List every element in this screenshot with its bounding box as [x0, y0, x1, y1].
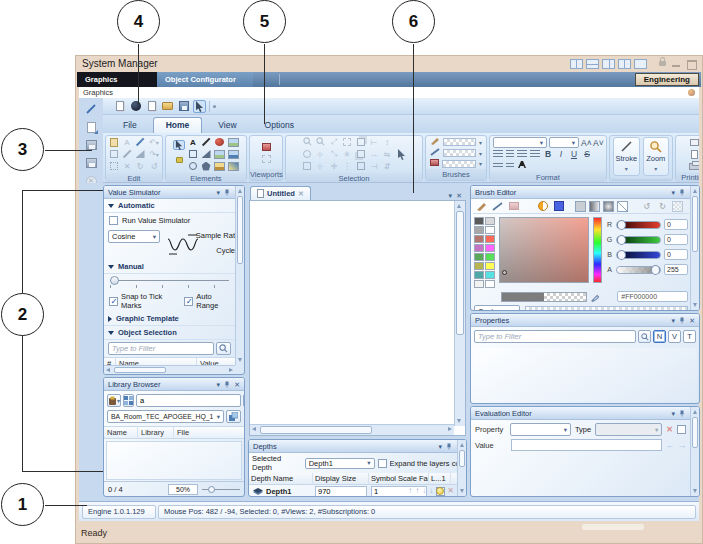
color-swatch[interactable]	[485, 217, 495, 225]
viewport-element-button[interactable]	[227, 137, 239, 147]
color-swatch[interactable]	[474, 280, 484, 288]
move-depth-top-icon[interactable]: ↑	[408, 486, 412, 495]
color-swatch[interactable]	[485, 244, 495, 252]
drawing-canvas[interactable]	[249, 200, 466, 436]
brush-tool-icon[interactable]	[134, 137, 146, 147]
document-tab-close-icon[interactable]: ✕	[298, 190, 304, 198]
page-setup-icon[interactable]	[688, 149, 699, 159]
select-next-icon[interactable]	[314, 137, 326, 147]
nav-tab-graphics[interactable]: Graphics	[77, 72, 157, 87]
properties-list[interactable]	[473, 348, 697, 401]
expand-layers-checkbox[interactable]	[378, 459, 387, 468]
brush-editor-vscrollbar[interactable]	[690, 186, 699, 310]
image-brush-dropdown-icon[interactable]	[479, 159, 482, 168]
layout-split-right-icon[interactable]	[602, 59, 615, 69]
deselect-icon[interactable]	[301, 161, 313, 171]
panel-menu-icon[interactable]	[439, 442, 443, 451]
library-search-input[interactable]	[136, 394, 241, 407]
depth-row-name[interactable]: Depth1	[249, 485, 313, 497]
select-tool-button[interactable]	[193, 100, 206, 113]
layout-split-bottom-icon[interactable]	[586, 59, 599, 69]
automatic-section-header[interactable]: Automatic	[104, 199, 235, 213]
redo-button[interactable]: ↷	[148, 149, 160, 159]
fill-brush-dropdown-icon[interactable]	[479, 138, 482, 147]
resize-grip[interactable]	[582, 524, 644, 530]
red-value[interactable]: 0	[664, 219, 688, 230]
contrast-icon[interactable]	[536, 201, 549, 212]
snap-icon[interactable]: ✳	[341, 149, 353, 159]
delete-depth-icon[interactable]: ✕	[447, 486, 454, 495]
column-symbol-scale-factor[interactable]: Symbol Scale Factor	[369, 473, 429, 485]
paste-icon[interactable]	[108, 137, 120, 147]
object-filter-input[interactable]	[108, 342, 214, 355]
pin-icon[interactable]	[679, 188, 685, 197]
close-panel-icon[interactable]	[689, 316, 695, 325]
pen-brush-icon[interactable]	[491, 201, 504, 212]
library-element-button[interactable]	[227, 161, 239, 171]
restore-button[interactable]	[687, 60, 696, 68]
flip-horizontal-icon[interactable]: ⇋	[381, 149, 393, 159]
rotate-left-icon[interactable]: ↕	[381, 137, 393, 147]
animation-element-button[interactable]	[227, 149, 239, 159]
manual-section-header[interactable]: Manual	[104, 260, 235, 274]
clear-search-button[interactable]: ✕	[243, 394, 245, 407]
document-tab-untitled[interactable]: Untitled ✕	[250, 186, 311, 200]
library-view-button[interactable]	[123, 394, 134, 407]
strikethrough-button[interactable]: S	[582, 149, 592, 159]
duplicate-icon[interactable]	[108, 161, 120, 171]
color-swatch[interactable]	[474, 217, 484, 225]
line-spacing-icon[interactable]	[493, 163, 503, 168]
send-backward-icon[interactable]	[355, 149, 367, 159]
grow-selection-icon[interactable]: ⊹	[314, 149, 326, 159]
select-all-icon[interactable]	[301, 137, 313, 147]
undo-button[interactable]: ↶	[148, 137, 160, 147]
pin-icon[interactable]	[446, 442, 452, 451]
display-size-input[interactable]	[315, 486, 367, 497]
bold-button[interactable]: B	[543, 149, 553, 159]
bring-forward-icon[interactable]	[355, 137, 367, 147]
ribbon-tab-file[interactable]: File	[111, 118, 149, 133]
gradient-stop-bar[interactable]	[525, 306, 688, 311]
hue-slider[interactable]	[593, 217, 602, 283]
blue-value[interactable]: 0	[664, 249, 688, 260]
color-swatch[interactable]	[474, 253, 484, 261]
solid-color-icon[interactable]	[552, 201, 565, 212]
run-value-simulator-checkbox[interactable]	[109, 216, 118, 225]
rectangle-element-button[interactable]	[187, 149, 199, 159]
document-list-dropdown-icon[interactable]: ▾	[449, 192, 453, 200]
eyedropper-icon[interactable]	[591, 292, 600, 302]
panel-menu-icon[interactable]	[217, 188, 221, 197]
breadcrumb-pin-icon[interactable]	[688, 89, 695, 96]
pointer-tool-button[interactable]	[173, 140, 185, 150]
image-element-button[interactable]	[213, 137, 225, 147]
brush-editor-titlebar[interactable]: Brush Editor	[471, 186, 699, 199]
image-brush-button[interactable]	[507, 201, 520, 212]
evaluation-editor-titlebar[interactable]: Evaluation Editor	[471, 407, 699, 420]
close-panel-icon[interactable]	[234, 380, 240, 389]
saturation-value-picker[interactable]	[499, 217, 589, 283]
font-color-icon[interactable]	[517, 160, 527, 171]
image-brush-swatch[interactable]	[442, 160, 476, 168]
evaluation-checkbox[interactable]	[677, 425, 686, 434]
line-element-button[interactable]	[200, 137, 212, 147]
depths-vscrollbar[interactable]	[457, 440, 466, 496]
ellipse-element-button[interactable]	[187, 161, 199, 171]
color-swatch[interactable]	[474, 235, 484, 243]
column-layer[interactable]: L...1	[429, 473, 451, 485]
stroke-brush-swatch[interactable]	[443, 149, 476, 157]
next-evaluation-icon[interactable]: →	[678, 441, 686, 450]
color-swatch[interactable]	[485, 235, 495, 243]
library-zoom-slider[interactable]	[202, 485, 240, 494]
brush-type-select[interactable]: Custom	[474, 305, 520, 311]
filter-by-value-button[interactable]: V	[668, 330, 681, 343]
linear-gradient-style-button[interactable]	[589, 201, 600, 212]
color-swatch[interactable]	[485, 253, 495, 261]
alpha-value[interactable]: 255	[664, 264, 688, 275]
align-right-icon[interactable]	[517, 150, 527, 158]
library-list[interactable]	[106, 441, 242, 480]
green-value[interactable]: 0	[664, 234, 688, 245]
ribbon-tab-options[interactable]: Options	[253, 118, 306, 133]
viewport-link-icon[interactable]	[260, 142, 272, 152]
format-painter-icon[interactable]	[121, 149, 133, 159]
contract-icon[interactable]: ⤡	[328, 149, 340, 159]
